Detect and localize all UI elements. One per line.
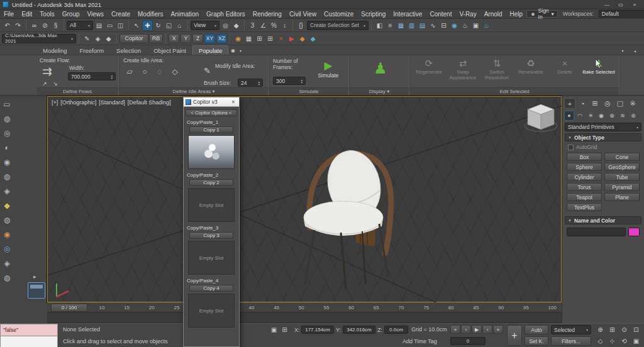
grab-viewport-alt-icon[interactable]: ⊞ (265, 33, 275, 44)
primitive-category-dropdown[interactable]: Standard Primitives ▾ (565, 123, 641, 131)
project-folder-dropdown[interactable]: C:\Users\Ara...3ds Max 2021▾ (2, 34, 76, 43)
vray-frame-buffer-icon[interactable]: ▶ (286, 33, 297, 44)
plane-button[interactable]: Plane (604, 193, 640, 201)
view-cube[interactable] (521, 101, 561, 136)
menu-item[interactable]: Interactive (389, 9, 426, 19)
maxscript-mini-listener[interactable]: "false" (0, 324, 58, 347)
cone-button[interactable]: Cone (604, 153, 640, 161)
cylinder-button[interactable]: Cylinder (567, 173, 602, 181)
align-icon[interactable]: ≡ (385, 20, 396, 31)
forest-pack-icon[interactable]: ◆ (308, 33, 318, 44)
geosphere-button[interactable]: GeoSphere (604, 163, 640, 171)
previous-frame-button[interactable]: ‹ (461, 325, 471, 334)
dock-clone-icon[interactable]: ◐ (1, 142, 13, 153)
render-setup-icon[interactable]: ♨ (460, 20, 470, 31)
current-frame-field[interactable]: 0 (450, 337, 486, 345)
minimize-button[interactable]: — (600, 0, 614, 9)
orbit-icon[interactable]: ⟲ (619, 336, 630, 346)
idle-area-rect-icon[interactable]: ▱ (123, 65, 136, 78)
paint-objects-icon[interactable]: ◆ (103, 33, 114, 44)
menu-item[interactable]: Help (506, 9, 527, 19)
render-production-icon[interactable]: ♨ (481, 20, 492, 31)
close-button[interactable]: × (628, 0, 641, 9)
cameras-category-icon[interactable]: ◉ (596, 111, 606, 121)
tube-button[interactable]: Tube (604, 173, 640, 181)
redo-icon[interactable]: ↷ (13, 20, 23, 31)
menu-item[interactable]: Content (426, 9, 455, 19)
menu-item[interactable]: Animation (167, 9, 203, 19)
menu-item[interactable]: Modifiers (134, 9, 167, 19)
paste-slot[interactable]: Empty Slot (188, 241, 235, 275)
dock-mask-icon[interactable]: ◈ (1, 258, 13, 269)
grab-viewport-icon[interactable]: ⊞ (254, 33, 265, 44)
tab-object-paint[interactable]: Object Paint (147, 45, 192, 55)
select-and-manipulate-icon[interactable]: ◆ (231, 20, 242, 31)
select-and-move-icon[interactable]: ✚ (142, 20, 153, 31)
menu-item[interactable]: Edit (18, 9, 36, 19)
window-crossing-toggle-icon[interactable]: ◫ (115, 20, 126, 31)
dock-options-icon[interactable]: ◍ (1, 272, 13, 284)
edit-named-selection-sets-icon[interactable]: {} (296, 20, 306, 31)
field-of-view-icon[interactable]: ◇ (595, 336, 606, 346)
named-selection-set-combo[interactable]: Create Selection Set▾ (307, 21, 369, 30)
dock-fill-icon[interactable]: ◉ (1, 157, 13, 168)
renewable-button[interactable]: ♻ Renewable (514, 58, 547, 75)
paste-slot[interactable] (188, 135, 235, 169)
toggle-ribbon-icon[interactable]: ▤ (417, 20, 428, 31)
add-time-tag[interactable]: Add Time Tag (402, 338, 437, 344)
dock-smudge-icon[interactable]: ◍ (1, 171, 13, 182)
viewport-shading-menu[interactable]: [Default Shading] (128, 99, 171, 106)
massfx-icon[interactable]: ◉ (233, 33, 243, 44)
select-and-link-icon[interactable]: ∞ (29, 20, 40, 31)
name-and-color-rollout[interactable]: ▼ Name and Color (565, 216, 641, 224)
create-flow-icon[interactable]: ⇉ (42, 64, 52, 79)
select-object-icon[interactable]: ↖ (131, 20, 142, 31)
selection-lock-icon[interactable]: ▣ (269, 325, 279, 334)
maximize-button[interactable]: ▭ (614, 0, 628, 9)
key-selection-dropdown[interactable]: Selected ▾ (551, 325, 591, 334)
zoom-icon[interactable]: ⊕ (595, 324, 606, 334)
curve-editor-icon[interactable]: ∿ (428, 20, 438, 31)
copitor-options-button[interactable]: < Copitor Options < (186, 109, 237, 116)
motion-tab-icon[interactable]: ◎ (602, 98, 613, 109)
menu-item[interactable]: Scripting (357, 9, 389, 19)
schematic-view-icon[interactable]: ⊟ (438, 20, 449, 31)
unlink-selection-icon[interactable]: ⊘ (40, 20, 50, 31)
restrict-y-button[interactable]: Y (180, 34, 191, 43)
create-tab-icon[interactable]: + (564, 98, 575, 109)
menu-item[interactable]: Create (108, 9, 134, 19)
zoom-extents-icon[interactable]: ⊙ (619, 324, 630, 334)
helpers-category-icon[interactable]: ⊕ (607, 111, 617, 121)
percent-snap-icon[interactable]: % (269, 20, 279, 31)
menu-item[interactable]: File (0, 9, 18, 19)
brush-size-spinner[interactable]: 24 ▴▾ (238, 79, 263, 87)
switch-resolution-button[interactable]: ⇅ Switch Resolution (480, 58, 513, 81)
copy-button[interactable]: Copy 1 (189, 126, 233, 133)
copitor-titlebar[interactable]: Copitor v3 × (184, 97, 239, 107)
sign-in-button[interactable]: ☻ Sign In ▾ (526, 10, 558, 18)
ribbon-options-icon[interactable]: ◉ (228, 47, 237, 55)
set-keys-button[interactable]: + (507, 325, 522, 346)
rendered-frame-window-icon[interactable]: ▣ (470, 20, 481, 31)
vray-menu-icon[interactable]: × (275, 33, 286, 44)
ribbon-cycle-icon[interactable]: ▾ (619, 47, 626, 55)
bind-to-space-warp-icon[interactable]: § (50, 20, 61, 31)
viewport-general-menu[interactable]: [+] (52, 99, 58, 106)
zoom-region-icon[interactable]: ⊡ (631, 324, 641, 334)
hierarchy-tab-icon[interactable]: ⊞ (589, 98, 601, 109)
menu-item[interactable]: Graph Editors (203, 9, 249, 19)
dock-gradient-icon[interactable]: ◉ (1, 229, 13, 240)
go-to-start-button[interactable]: « (450, 325, 460, 334)
phoenix-icon[interactable]: ◆ (297, 33, 308, 44)
scene-scripts-icon[interactable]: ✎ (82, 33, 92, 44)
viewport[interactable]: [+][Orthographic][Standard][Default Shad… (47, 96, 562, 302)
ribbon-minimize-icon[interactable]: ▴ (631, 47, 639, 55)
define-idle-areas-caption[interactable]: Define Idle Areas ▾ (119, 87, 268, 95)
flow-ramp-up-icon[interactable]: ↗ (40, 80, 49, 87)
dock-pattern-icon[interactable]: ◎ (1, 243, 13, 255)
material-editor-icon[interactable]: ◉ (449, 20, 460, 31)
spinner-arrows-icon[interactable]: ▴▾ (111, 74, 113, 79)
listener-pane[interactable] (0, 336, 58, 347)
selection-filter-dropdown[interactable]: All▾ (67, 21, 93, 30)
modify-idle-area-icon[interactable]: ✎ (204, 66, 211, 75)
